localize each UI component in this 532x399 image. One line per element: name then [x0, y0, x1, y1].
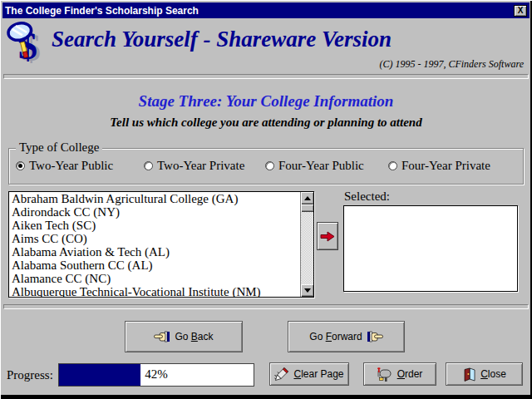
radio-icon: [16, 161, 25, 170]
list-item[interactable]: Aims CC (CO): [9, 232, 313, 245]
progress-bar: 42%: [58, 363, 254, 387]
selected-label: Selected:: [344, 190, 390, 204]
hand-pointing-right-icon: [367, 331, 383, 342]
groupbox-label: Type of College: [16, 140, 102, 155]
app-title: Search Yourself - Shareware Version: [52, 27, 392, 52]
list-item[interactable]: Alamance CC (NC): [9, 272, 313, 285]
go-back-button[interactable]: Go Back: [125, 321, 243, 352]
open-door-icon: [462, 367, 475, 382]
header-divider: [3, 74, 529, 79]
stage-subtitle: Tell us which college you are attending …: [0, 116, 532, 130]
radio-icon: [265, 161, 274, 170]
list-item[interactable]: Aiken Tech (SC): [9, 219, 313, 232]
magnifier-dollar-logo-icon: $ $: [5, 21, 48, 67]
selected-listbox[interactable]: [343, 205, 518, 292]
add-selected-button[interactable]: [317, 222, 338, 250]
college-listbox[interactable]: Abraham Baldwin Agricultural College (GA…: [8, 191, 314, 298]
list-item[interactable]: Albuquerque Technical-Vocational Institu…: [9, 285, 313, 298]
radio-icon: [144, 161, 153, 170]
order-button[interactable]: Order: [363, 362, 436, 386]
scroll-down-icon[interactable]: [301, 284, 314, 297]
radio-icon: [388, 161, 397, 170]
copyright-text: (C) 1995 - 1997, CFinders Software: [379, 58, 524, 71]
title-bar: The College Finder's Scholarship Search …: [2, 2, 530, 18]
close-button[interactable]: Close: [446, 362, 523, 386]
footer-divider: [3, 304, 529, 309]
radio-four-year-private[interactable]: Four-Year Private: [388, 159, 490, 173]
radio-two-year-private[interactable]: Two-Year Private: [144, 159, 265, 173]
red-right-arrow-icon: [320, 231, 335, 242]
app-window: The College Finder's Scholarship Search …: [0, 0, 532, 399]
hand-pointing-left-icon: [154, 331, 170, 342]
close-icon[interactable]: X: [514, 5, 527, 17]
stage-title: Stage Three: Your College Information: [0, 92, 532, 111]
pencil-eraser-icon: [274, 367, 288, 381]
radio-four-year-public[interactable]: Four-Year Public: [265, 159, 388, 173]
window-title: The College Finder's Scholarship Search: [5, 5, 514, 17]
clear-page-button[interactable]: Clear Page: [269, 362, 349, 386]
progress-value: 42%: [145, 367, 168, 382]
progress-fill: [59, 364, 140, 386]
list-item[interactable]: Alabama Aviation & Tech (AL): [9, 245, 313, 259]
radio-two-year-public[interactable]: Two-Year Public: [16, 159, 144, 173]
list-item[interactable]: Alabama Southern CC (AL): [9, 259, 313, 272]
radio-row: Two-Year Public Two-Year Private Four-Ye…: [16, 159, 516, 173]
go-forward-button[interactable]: Go Forward: [288, 321, 405, 352]
scrollbar-thumb[interactable]: [301, 204, 314, 212]
list-item[interactable]: Adirondack CC (NY): [9, 205, 313, 219]
scrollbar-track[interactable]: [301, 212, 313, 284]
progress-label: Progress:: [7, 368, 53, 382]
mailbox-icon: [377, 367, 392, 382]
list-scrollbar[interactable]: [300, 192, 313, 297]
list-item[interactable]: Abraham Baldwin Agricultural College (GA…: [9, 192, 313, 205]
type-of-college-groupbox: Type of College Two-Year Public Two-Year…: [8, 148, 524, 185]
scroll-up-icon[interactable]: [301, 192, 314, 204]
